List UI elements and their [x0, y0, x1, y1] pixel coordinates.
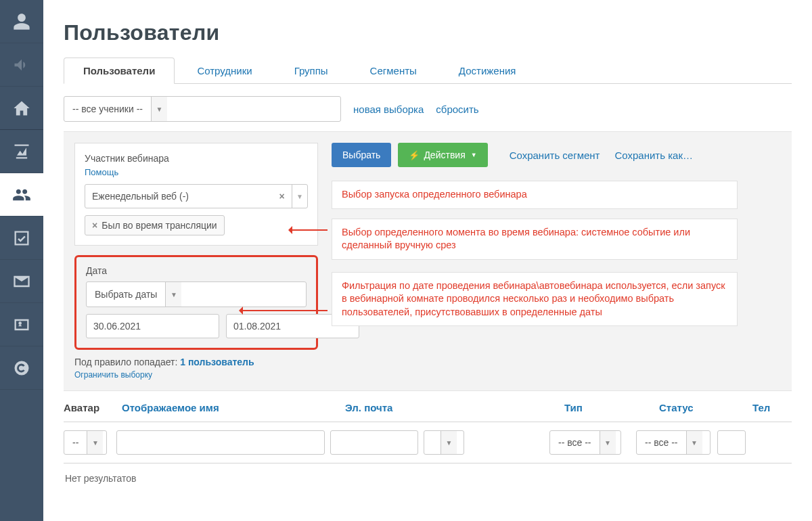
th-avatar: Аватар — [64, 402, 122, 413]
config-card-icon — [12, 315, 31, 334]
arrow-icon — [241, 310, 328, 311]
arrow-icon — [290, 229, 328, 231]
sidebar-item-config[interactable] — [0, 303, 43, 346]
tab-employees[interactable]: Сотрудники — [177, 58, 271, 83]
c-logo-icon — [12, 359, 31, 378]
date-mode-value: Выбрать даты — [87, 289, 165, 300]
tabs: Пользователи Сотрудники Группы Сегменты … — [64, 58, 792, 84]
table-empty-text: Нет результатов — [64, 463, 792, 493]
reset-link[interactable]: сбросить — [436, 104, 478, 115]
chevron-down-icon: ▼ — [151, 97, 167, 121]
name-filter-input[interactable] — [116, 430, 325, 455]
chevron-down-icon: ▼ — [471, 152, 477, 158]
annotation-moment-select: Выбор определенного момента во время веб… — [332, 219, 738, 260]
save-as-link[interactable]: Сохранить как… — [614, 150, 693, 161]
moment-chip-text: Был во время трансляции — [102, 220, 217, 231]
rule-match-count-link[interactable]: 1 пользователь — [180, 357, 254, 367]
save-segment-link[interactable]: Сохранить сегмент — [510, 150, 600, 161]
moment-chip[interactable]: × Был во время трансляции — [85, 215, 225, 235]
date-mode-select[interactable]: Выбрать даты ▼ — [86, 281, 307, 307]
clear-webinar-icon[interactable]: × — [272, 185, 292, 208]
user-icon — [12, 12, 31, 31]
chevron-down-icon: ▼ — [686, 431, 702, 454]
tab-users[interactable]: Пользователи — [64, 58, 175, 84]
tab-groups[interactable]: Группы — [275, 58, 348, 83]
sidebar-item-profile[interactable] — [0, 0, 43, 43]
chart-icon — [12, 142, 31, 161]
checkbox-icon — [12, 229, 31, 248]
rule-match-text: Под правило попадает: 1 пользователь — [74, 357, 318, 367]
tel-filter-input[interactable] — [717, 430, 746, 455]
bolt-icon: ⚡ — [409, 150, 420, 160]
table-header-row: Аватар Отображаемое имя Эл. почта Тип Ст… — [64, 394, 792, 422]
page-title: Пользователи — [64, 20, 792, 45]
th-type[interactable]: Тип — [564, 402, 659, 413]
annotation-webinar-select: Выбор запуска определенного вебинара — [332, 181, 738, 209]
filter-help-link[interactable]: Помощь — [85, 167, 118, 177]
tab-achievements[interactable]: Достижения — [439, 58, 536, 83]
annotation-date-filter: Фильтрация по дате проведения вебинара\а… — [332, 272, 738, 327]
scope-select-value: -- все ученики -- — [64, 104, 151, 114]
email-mode-select[interactable]: ▼ — [424, 430, 464, 455]
th-email[interactable]: Эл. почта — [345, 402, 564, 413]
chevron-down-icon: ▼ — [165, 282, 181, 307]
status-filter-select[interactable]: -- все -- ▼ — [636, 430, 710, 455]
date-filter-box: Дата Выбрать даты ▼ — [74, 255, 318, 350]
th-status[interactable]: Статус — [659, 402, 752, 413]
email-filter-input[interactable] — [330, 430, 418, 455]
table-filter-row: -- ▼ ▼ -- все -- ▼ -- все -- — [64, 422, 792, 463]
remove-chip-icon[interactable]: × — [92, 220, 97, 231]
chevron-down-icon: ▼ — [441, 431, 457, 454]
filter-label: Участник вебинара — [85, 153, 308, 164]
select-button[interactable]: Выбрать — [332, 143, 391, 167]
sidebar-item-home[interactable] — [0, 87, 43, 130]
home-icon — [12, 99, 31, 118]
sidebar-item-announce[interactable] — [0, 43, 43, 87]
date-from-input[interactable] — [86, 314, 219, 338]
scope-select[interactable]: -- все ученики -- ▼ — [64, 96, 341, 122]
date-label: Дата — [86, 265, 307, 276]
tab-segments[interactable]: Сегменты — [351, 58, 436, 83]
webinar-participant-filter: Участник вебинара Помощь Еженедельный ве… — [74, 143, 318, 246]
sidebar-item-c[interactable] — [0, 346, 43, 390]
type-filter-select[interactable]: -- все -- ▼ — [549, 430, 621, 455]
th-display-name[interactable]: Отображаемое имя — [122, 402, 345, 413]
announce-icon — [12, 55, 31, 74]
avatar-filter-select[interactable]: -- ▼ — [64, 430, 107, 455]
chevron-down-icon[interactable]: ▼ — [292, 193, 307, 200]
webinar-select-value: Еженедельный веб (-) — [85, 191, 272, 202]
new-selection-link[interactable]: новая выборка — [353, 104, 424, 115]
th-tel[interactable]: Тел — [752, 402, 792, 413]
mail-icon — [12, 272, 31, 291]
webinar-select[interactable]: Еженедельный веб (-) × ▼ — [85, 184, 308, 208]
sidebar-item-mail[interactable] — [0, 260, 43, 303]
chevron-down-icon: ▼ — [87, 431, 103, 454]
sidebar-item-stats[interactable] — [0, 130, 43, 173]
chevron-down-icon: ▼ — [600, 431, 616, 454]
actions-dropdown-button[interactable]: ⚡ Действия ▼ — [398, 143, 487, 167]
sidebar-item-users[interactable] — [0, 173, 43, 217]
left-sidebar — [0, 0, 43, 521]
sidebar-item-tasks[interactable] — [0, 217, 43, 260]
users-icon — [12, 185, 31, 204]
limit-selection-link[interactable]: Ограничить выборку — [74, 370, 152, 380]
